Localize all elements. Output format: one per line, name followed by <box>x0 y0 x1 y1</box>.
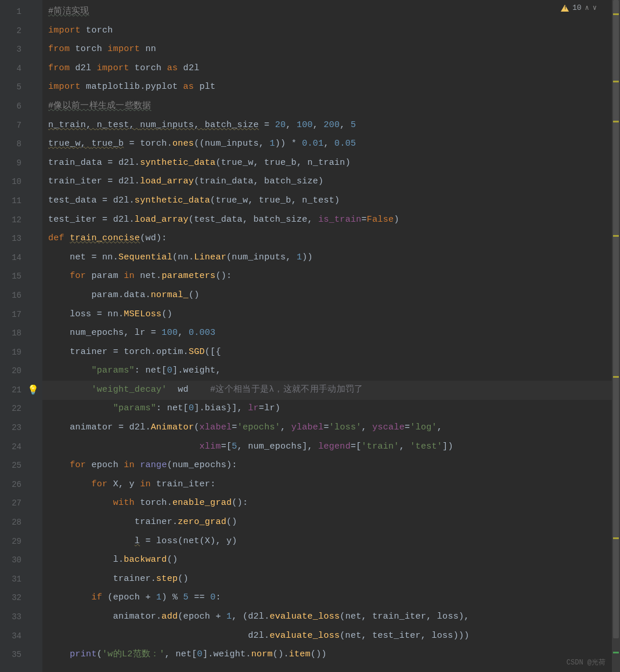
warning-icon <box>561 5 569 12</box>
code-line: #像以前一样生成一些数据 <box>48 97 620 116</box>
line-number: 17 <box>0 305 32 324</box>
code-editor[interactable]: 1234567891011121314151617181920212223242… <box>0 0 620 672</box>
line-number: 3 <box>0 40 32 59</box>
code-line: "params": net[0].bias}], lr=lr) <box>48 399 620 418</box>
code-line: import matplotlib.pyplot as plt <box>48 78 620 97</box>
code-line: with torch.enable_grad(): <box>48 494 620 513</box>
line-number: 15 <box>0 267 32 286</box>
code-line: animator = d2l.Animator(xlabel='epochs',… <box>48 418 620 438</box>
scroll-thumb[interactable] <box>613 0 619 638</box>
prev-warning-icon[interactable]: ∧ <box>585 3 589 12</box>
line-number: 7 <box>0 116 32 135</box>
line-number: 27 <box>0 494 32 513</box>
lightbulb-icon[interactable]: 💡 <box>27 384 39 396</box>
line-number: 12 <box>0 211 32 230</box>
code-area[interactable]: 💡 #简洁实现 import torch from torch import n… <box>42 0 620 672</box>
line-number: 10 <box>0 172 32 192</box>
code-line: test_iter = d2l.load_array(test_data, ba… <box>48 211 620 230</box>
line-number: 33 <box>0 608 32 627</box>
inspection-widget[interactable]: 10 ∧ ∨ <box>561 3 597 12</box>
line-number: 9 <box>0 154 32 173</box>
line-number: 5 <box>0 78 32 97</box>
code-line: loss = nn.MSELoss() <box>48 305 620 324</box>
code-line: d2l.evaluate_loss(net, test_iter, loss))… <box>48 627 620 646</box>
line-number: 16 <box>0 286 32 305</box>
line-number: 19 <box>0 343 32 362</box>
line-number: 11 <box>0 192 32 211</box>
line-number: 4 <box>0 59 32 78</box>
next-warning-icon[interactable]: ∨ <box>593 3 597 12</box>
line-number: 29 <box>0 532 32 551</box>
line-number: 8 <box>0 135 32 154</box>
line-number: 18 <box>0 324 32 343</box>
fold-column <box>32 0 42 672</box>
line-number: 24 <box>0 438 32 457</box>
code-line: n_train, n_test, num_inputs, batch_size … <box>48 116 620 135</box>
code-line: import torch <box>48 21 620 41</box>
line-number: 31 <box>0 570 32 589</box>
line-gutter: 1234567891011121314151617181920212223242… <box>0 0 32 672</box>
code-line: animator.add(epoch + 1, (d2l.evaluate_lo… <box>48 608 620 627</box>
code-line: print('w的L2范数：', net[0].weight.norm().it… <box>48 645 620 664</box>
line-number: 28 <box>0 513 32 532</box>
line-number: 34 <box>0 627 32 646</box>
warning-count: 10 <box>572 3 582 12</box>
code-line: trainer.zero_grad() <box>48 513 620 532</box>
line-number: 35 <box>0 645 32 664</box>
code-line: for param in net.parameters(): <box>48 267 620 286</box>
code-line: param.data.normal_() <box>48 286 620 305</box>
code-line: trainer = torch.optim.SGD([{ <box>48 343 620 362</box>
line-number: 14 <box>0 248 32 268</box>
line-number: 22 <box>0 399 32 418</box>
code-line: trainer.step() <box>48 570 620 589</box>
watermark: CSDN @光荷 <box>567 657 605 667</box>
line-number: 25 <box>0 456 32 475</box>
line-number: 13 <box>0 229 32 248</box>
code-line: "params": net[0].weight, <box>48 362 620 381</box>
line-number: 32 <box>0 588 32 608</box>
code-line: l.backward() <box>48 551 620 570</box>
code-line: xlim=[5, num_epochs], legend=['train', '… <box>48 438 620 457</box>
code-line: train_iter = d2l.load_array(train_data, … <box>48 172 620 192</box>
code-line: num_epochs, lr = 100, 0.003 <box>48 324 620 343</box>
code-line: test_data = d2l.synthetic_data(true_w, t… <box>48 192 620 211</box>
line-number: 26 <box>0 475 32 494</box>
code-line: #简洁实现 <box>48 2 620 21</box>
line-number: 30 <box>0 551 32 570</box>
code-line: from d2l import torch as d2l <box>48 59 620 78</box>
code-line: for X, y in train_iter: <box>48 475 620 494</box>
line-number: 23 <box>0 418 32 438</box>
line-number: 6 <box>0 97 32 116</box>
line-number: 1 <box>0 2 32 21</box>
line-number: 20 <box>0 362 32 381</box>
line-number: 2 <box>0 21 32 41</box>
code-line: train_data = d2l.synthetic_data(true_w, … <box>48 154 620 173</box>
vertical-scrollbar[interactable] <box>612 0 620 672</box>
code-line: if (epoch + 1) % 5 == 0: <box>48 588 620 608</box>
code-line: true_w, true_b = torch.ones((num_inputs,… <box>48 135 620 154</box>
code-line: for epoch in range(num_epochs): <box>48 456 620 475</box>
code-line: def train_concise(wd): <box>48 229 620 248</box>
code-line: from torch import nn <box>48 40 620 59</box>
code-line: net = nn.Sequential(nn.Linear(num_inputs… <box>48 248 620 268</box>
code-line: l = loss(net(X), y) <box>48 532 620 551</box>
